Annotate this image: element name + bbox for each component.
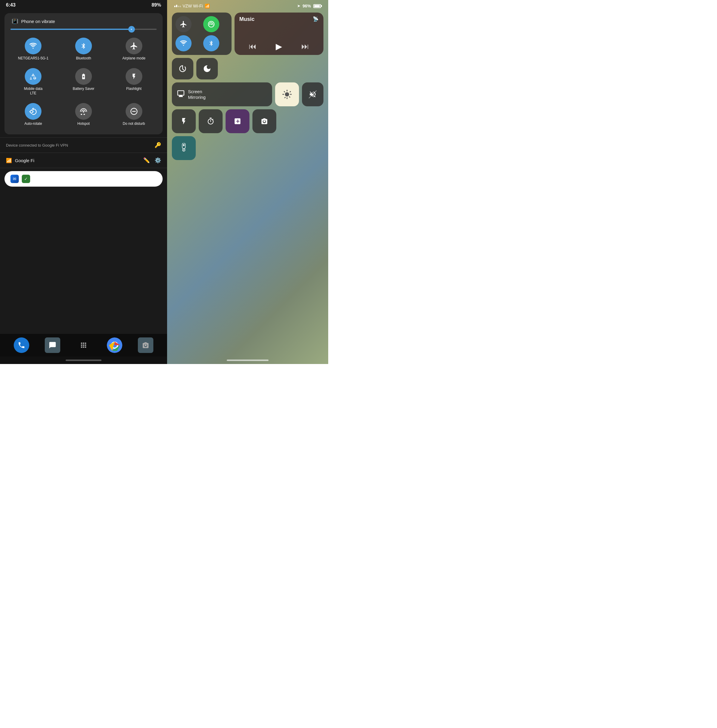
ios-control-center: Music 📡 ⏮ ▶ ⏭: [167, 10, 328, 162]
location-icon: ➤: [297, 4, 300, 8]
ios-do-not-disturb-btn[interactable]: [196, 58, 218, 80]
signal-bar-3: [178, 6, 179, 7]
dock-camera[interactable]: [138, 337, 153, 353]
airplane-label: Airplane mode: [122, 56, 145, 61]
vibrate-label: Phone on vibrate: [21, 19, 55, 24]
ios-battery-group: ➤ 96%: [297, 4, 321, 8]
music-top: Music 📡: [239, 16, 319, 22]
dock-phone[interactable]: [14, 337, 29, 353]
home-pill[interactable]: [66, 359, 101, 361]
edit-icon[interactable]: ✏️: [143, 157, 150, 164]
ios-tv-remote-btn[interactable]: [172, 136, 196, 160]
wifi-icon: [25, 38, 41, 54]
brightness-thumb: [128, 26, 135, 32]
wifi-label: NETGEAR51-5G-1: [18, 56, 48, 61]
autorotate-label: Auto-rotate: [24, 122, 42, 126]
signal-bar-2: [176, 5, 177, 7]
outlook-icon: ✉: [11, 175, 19, 183]
bluetooth-icon: [75, 38, 92, 54]
signal-bars: [174, 5, 181, 7]
tasks-icon: ✓: [22, 175, 30, 183]
qs-tile-flashlight[interactable]: Flashlight: [110, 66, 158, 98]
signal-bar-1: [174, 6, 175, 7]
hotspot-label: Hotspot: [77, 122, 90, 126]
ios-content: VZW Wi-Fi 📶 ➤ 96%: [167, 0, 328, 364]
ios-camera-btn[interactable]: [252, 109, 276, 133]
ios-top-row: Music 📡 ⏮ ▶ ⏭: [172, 12, 323, 55]
brightness-btn[interactable]: [275, 83, 299, 106]
music-block: Music 📡 ⏮ ▶ ⏭: [235, 12, 323, 55]
qs-tile-dnd[interactable]: Do not disturb: [110, 101, 158, 129]
vpn-key-icon: 🔑: [154, 142, 161, 148]
ios-battery-icon: [313, 4, 321, 8]
qs-tile-airplane[interactable]: Airplane mode: [110, 35, 158, 63]
ios-fifth-row: [172, 136, 323, 160]
svg-point-4: [211, 24, 212, 25]
ios-home-indicator: [167, 356, 328, 364]
ios-torch-btn[interactable]: [172, 109, 196, 133]
qs-tile-bluetooth[interactable]: Bluetooth: [59, 35, 108, 63]
battery-saver-label: Battery Saver: [73, 87, 95, 91]
android-battery: 89%: [152, 2, 161, 8]
android-home-bar: [0, 356, 167, 364]
hotspot-icon: [75, 103, 92, 120]
vibrate-icon: 📳: [12, 18, 18, 24]
android-status-bar: 6:43 89%: [0, 0, 167, 10]
brightness-fill: [11, 29, 135, 30]
vpn-row: Device connected to Google Fi VPN 🔑: [0, 138, 167, 153]
ios-fourth-row: [172, 109, 323, 133]
dnd-label: Do not disturb: [123, 122, 145, 126]
flashlight-icon: [126, 68, 142, 85]
qs-tile-wifi[interactable]: NETGEAR51-5G-1: [9, 35, 57, 63]
bluetooth-label: Bluetooth: [76, 56, 91, 61]
signal-icon: 📶: [6, 158, 12, 163]
ios-home-pill[interactable]: [227, 359, 268, 361]
qs-tile-hotspot[interactable]: Hotspot: [59, 101, 108, 129]
battery-saver-icon: [75, 68, 92, 85]
ios-third-row: ScreenMirroring: [172, 83, 323, 106]
rewind-button[interactable]: ⏮: [249, 42, 256, 51]
carrier-wifi-label: VZW Wi-Fi: [183, 4, 203, 8]
ios-second-row: [172, 58, 323, 80]
connectivity-block: [172, 12, 232, 55]
brightness-row[interactable]: [9, 29, 158, 30]
vibrate-row: 📳 Phone on vibrate: [9, 18, 158, 24]
mobile-data-label: Mobile dataLTE: [24, 87, 43, 96]
ios-timer-btn[interactable]: [199, 109, 223, 133]
battery-fill: [314, 5, 320, 7]
dnd-icon: [126, 103, 142, 120]
android-panel: 6:43 89% 📳 Phone on vibrate: [0, 0, 167, 364]
android-time: 6:43: [6, 2, 15, 8]
ios-status-bar: VZW Wi-Fi 📶 ➤ 96%: [167, 0, 328, 10]
ios-panel: VZW Wi-Fi 📶 ➤ 96%: [167, 0, 328, 364]
ios-bluetooth-btn[interactable]: [203, 35, 219, 51]
settings-icon[interactable]: ⚙️: [154, 157, 161, 164]
brightness-slider[interactable]: [11, 29, 157, 30]
carrier-actions: ✏️ ⚙️: [143, 157, 161, 164]
flashlight-label: Flashlight: [126, 87, 142, 91]
play-button[interactable]: ▶: [276, 41, 282, 51]
forward-button[interactable]: ⏭: [301, 42, 309, 51]
dock-chrome[interactable]: [107, 337, 122, 353]
carrier-info: 📶 Google Fi: [6, 158, 34, 163]
ios-wifi-btn[interactable]: [175, 35, 192, 51]
qs-tile-autorotate[interactable]: Auto-rotate: [9, 101, 57, 129]
mute-btn[interactable]: [302, 83, 323, 106]
ios-cellular-btn[interactable]: [203, 16, 219, 32]
dock-apps[interactable]: [76, 337, 91, 353]
qs-tile-battery-saver[interactable]: Battery Saver: [59, 66, 108, 98]
quick-settings-panel: 📳 Phone on vibrate NETGEAR51-5G-1: [5, 13, 163, 135]
dock-messages[interactable]: [45, 337, 60, 353]
svg-rect-6: [183, 144, 185, 146]
screen-mirroring-btn[interactable]: ScreenMirroring: [172, 83, 272, 106]
android-search-bar[interactable]: ✉ ✓: [5, 171, 163, 187]
carrier-name: Google Fi: [15, 158, 34, 163]
ios-calculator-btn[interactable]: [226, 109, 249, 133]
airplay-icon[interactable]: 📡: [313, 16, 319, 22]
spacer: [221, 58, 323, 80]
ios-rotation-lock-btn[interactable]: [172, 58, 193, 80]
quick-settings-grid: NETGEAR51-5G-1 Bluetooth Airplane: [9, 35, 158, 128]
qs-tile-mobile-data[interactable]: Mobile dataLTE: [9, 66, 57, 98]
ios-airplane-btn[interactable]: [175, 16, 192, 32]
airplane-icon: [126, 38, 142, 54]
